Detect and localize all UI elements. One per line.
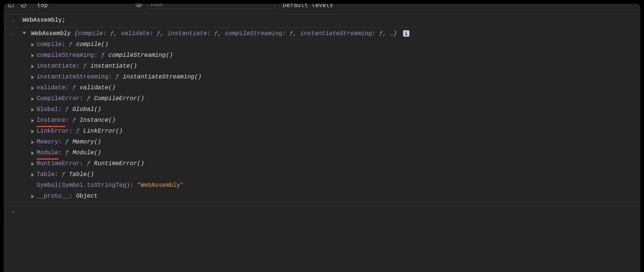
- preview-key: compileStreaming: [225, 30, 282, 37]
- function-name: CompileError(): [94, 95, 144, 102]
- property-key: compile: [37, 41, 62, 48]
- info-icon[interactable]: i: [403, 30, 409, 37]
- svg-point-5: [138, 4, 140, 6]
- preview-key: validate: [121, 30, 150, 37]
- preview-value: ƒ: [214, 30, 218, 37]
- function-name: instantiate(): [90, 63, 137, 69]
- expand-arrow-icon[interactable]: [31, 173, 34, 177]
- preview-trailing: , …: [383, 30, 394, 37]
- property-key: Table: [37, 171, 55, 178]
- property-row[interactable]: Global: ƒ Global(): [31, 104, 637, 115]
- expand-arrow-icon[interactable]: [31, 130, 34, 133]
- property-row[interactable]: Module: ƒ Module(): [31, 148, 637, 158]
- prompt-chevron-icon: ›: [4, 206, 22, 217]
- console-result: ‹· WebAssembly {compile: ƒ, validate: ƒ,…: [4, 28, 640, 203]
- property-row[interactable]: validate: ƒ validate(): [31, 83, 637, 93]
- toggle-sidebar-icon[interactable]: [7, 4, 15, 9]
- property-row[interactable]: Instance: ƒ Instance(): [31, 115, 637, 126]
- preview-key: instantiate: [168, 30, 207, 37]
- eye-icon[interactable]: [135, 4, 143, 9]
- preview-value: ƒ: [290, 30, 293, 37]
- string-value: WebAssembly: [140, 182, 180, 189]
- function-glyph: ƒ: [87, 160, 94, 167]
- svg-rect-0: [9, 4, 13, 7]
- property-key: RuntimeError: [37, 160, 80, 167]
- toolbar-separator: [32, 4, 32, 10]
- property-key: compileStreaming: [37, 52, 94, 59]
- expand-arrow-icon[interactable]: [31, 140, 34, 144]
- preview-value: ƒ: [157, 30, 161, 37]
- svg-line-3: [22, 4, 25, 7]
- expand-arrow-icon[interactable]: [31, 97, 34, 101]
- devtools-console-panel: top Default levels › WebAssembly; ‹· Web…: [4, 4, 640, 272]
- expand-toggle-icon[interactable]: [22, 32, 26, 34]
- property-row[interactable]: Table: ƒ Table(): [31, 169, 637, 180]
- function-glyph: ƒ: [69, 41, 76, 48]
- expand-arrow-icon[interactable]: [31, 75, 34, 79]
- log-levels-selector[interactable]: Default levels: [279, 4, 333, 9]
- console-prompt-row[interactable]: ›: [4, 203, 640, 272]
- function-glyph: ƒ: [65, 139, 72, 145]
- function-name: Memory(): [72, 139, 101, 145]
- property-row[interactable]: instantiateStreaming: ƒ instantiateStrea…: [31, 72, 637, 83]
- function-name: LinkError(): [83, 128, 123, 135]
- property-key: Symbol(Symbol.toStringTag): [37, 182, 130, 189]
- expand-arrow-icon[interactable]: [31, 43, 34, 47]
- console-input-echo: › WebAssembly;: [4, 14, 640, 28]
- function-glyph: ƒ: [65, 149, 72, 156]
- clear-console-icon[interactable]: [19, 4, 28, 9]
- expand-arrow-icon[interactable]: [31, 195, 34, 198]
- function-name: Table(): [69, 171, 94, 178]
- function-glyph: ƒ: [83, 63, 90, 69]
- property-key: validate: [37, 84, 65, 91]
- expand-arrow-icon[interactable]: [31, 86, 34, 90]
- plain-value: Object: [76, 193, 98, 200]
- function-name: compileStreaming(): [108, 52, 173, 59]
- function-name: Global(): [72, 106, 101, 113]
- property-row[interactable]: Symbol(Symbol.toStringTag): "WebAssembly…: [31, 180, 637, 191]
- property-row[interactable]: RuntimeError: ƒ RuntimeError(): [31, 158, 637, 169]
- property-row[interactable]: Memory: ƒ Memory(): [31, 137, 637, 148]
- object-summary-line[interactable]: WebAssembly {compile: ƒ, validate: ƒ, in…: [22, 28, 637, 39]
- object-name: WebAssembly: [31, 30, 71, 37]
- function-glyph: ƒ: [76, 128, 83, 135]
- function-glyph: ƒ: [72, 84, 80, 91]
- expand-arrow-icon[interactable]: [31, 65, 34, 68]
- property-key: Module: [37, 149, 58, 156]
- function-name: Instance(): [80, 117, 115, 124]
- svg-point-2: [21, 4, 26, 7]
- function-glyph: ƒ: [62, 171, 69, 178]
- property-key: CompileError: [37, 95, 80, 102]
- property-key: Instance: [37, 117, 65, 124]
- preview-value: ƒ: [379, 30, 383, 37]
- function-glyph: ƒ: [115, 74, 123, 80]
- preview-key: compile: [78, 30, 103, 37]
- function-name: RuntimeError(): [94, 160, 144, 167]
- property-row[interactable]: LinkError: ƒ LinkError(): [31, 126, 637, 137]
- property-key: instantiateStreaming: [37, 74, 108, 80]
- console-toolbar: top Default levels: [4, 4, 640, 14]
- expand-arrow-icon[interactable]: [31, 151, 34, 155]
- expand-arrow-icon[interactable]: [31, 54, 34, 58]
- property-key: Global: [37, 106, 58, 113]
- property-row[interactable]: CompileError: ƒ CompileError(): [31, 93, 637, 104]
- output-prompt-icon: ‹·: [4, 28, 22, 40]
- property-key: __proto__: [37, 193, 69, 200]
- property-row[interactable]: __proto__: Object: [31, 191, 637, 202]
- property-row[interactable]: instantiate: ƒ instantiate(): [31, 61, 637, 72]
- expand-arrow-icon[interactable]: [31, 119, 34, 123]
- function-name: validate(): [80, 84, 115, 91]
- function-name: instantiateStreaming(): [123, 74, 201, 80]
- object-properties: compile: ƒ compile()compileStreaming: ƒ …: [22, 39, 637, 202]
- function-glyph: ƒ: [72, 117, 80, 124]
- expand-arrow-icon[interactable]: [31, 108, 34, 112]
- property-row[interactable]: compileStreaming: ƒ compileStreaming(): [31, 50, 637, 61]
- filter-input[interactable]: [148, 4, 275, 9]
- function-name: Module(): [72, 149, 101, 156]
- function-glyph: ƒ: [87, 95, 94, 102]
- property-row[interactable]: compile: ƒ compile(): [31, 39, 637, 50]
- property-key: LinkError: [37, 128, 69, 135]
- expand-arrow-icon[interactable]: [31, 162, 34, 166]
- execution-context-selector[interactable]: top: [37, 4, 130, 9]
- function-glyph: ƒ: [101, 52, 108, 59]
